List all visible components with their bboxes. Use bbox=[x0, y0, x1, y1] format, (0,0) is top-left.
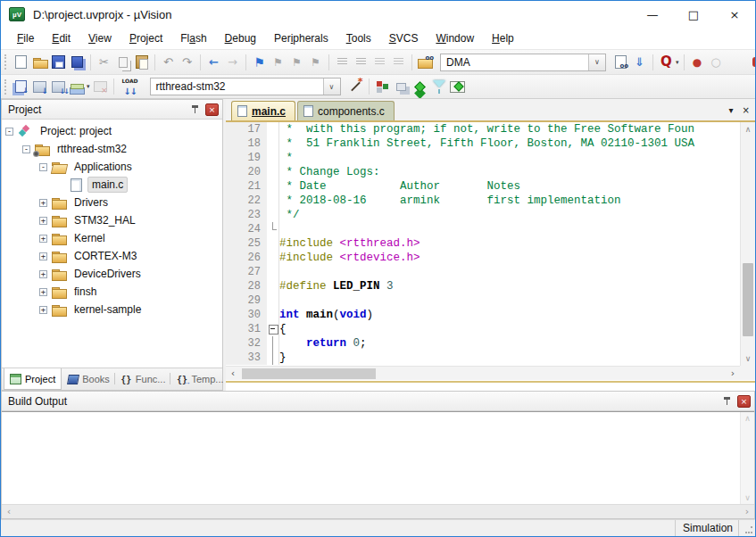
navigate-back-button[interactable]: ← bbox=[204, 54, 223, 71]
toolbar-grip[interactable] bbox=[4, 79, 8, 95]
scroll-down-icon[interactable]: ∨ bbox=[741, 492, 754, 504]
menu-window[interactable]: Window bbox=[427, 29, 483, 47]
scroll-right-icon[interactable]: › bbox=[726, 367, 740, 380]
plus-expander-icon[interactable]: + bbox=[39, 252, 47, 260]
menu-tools[interactable]: Tools bbox=[337, 29, 380, 47]
paste-button[interactable] bbox=[132, 54, 151, 71]
plus-expander-icon[interactable]: + bbox=[39, 270, 47, 278]
options-for-target-button[interactable] bbox=[346, 78, 365, 95]
panel-tab-books[interactable]: Books bbox=[62, 368, 115, 390]
menu-view[interactable]: View bbox=[79, 29, 120, 47]
panel-tab-temp[interactable]: Temp... bbox=[170, 368, 228, 390]
build-output-horizontal-scrollbar[interactable]: ‹ › bbox=[2, 504, 754, 518]
code-editor[interactable]: 17 * with this program; if not, write to… bbox=[226, 122, 740, 366]
tree-item-stm32-hal[interactable]: +STM32_HAL bbox=[2, 211, 222, 229]
uncomment-button[interactable] bbox=[389, 54, 408, 71]
scroll-down-icon[interactable]: ∨ bbox=[741, 351, 755, 366]
pin-icon[interactable] bbox=[189, 103, 202, 116]
maximize-button[interactable]: □ bbox=[673, 1, 714, 28]
menu-peripherals[interactable]: Peripherals bbox=[265, 29, 337, 47]
build-output-vertical-scrollbar[interactable]: ∧ ∨ bbox=[740, 412, 754, 504]
comment-button[interactable] bbox=[370, 54, 389, 71]
clear-bookmarks-button[interactable]: ⚑ bbox=[306, 54, 325, 71]
menu-file[interactable]: File bbox=[8, 29, 43, 47]
copy-button[interactable] bbox=[113, 54, 132, 71]
close-panel-button[interactable]: × bbox=[205, 103, 219, 116]
plus-expander-icon[interactable]: + bbox=[39, 288, 47, 296]
build-button[interactable] bbox=[30, 78, 49, 95]
tree-item-devicedrivers[interactable]: +DeviceDrivers bbox=[2, 265, 222, 283]
vertical-scroll-thumb[interactable] bbox=[743, 263, 753, 336]
find-button[interactable] bbox=[611, 54, 630, 71]
search-combo-dropdown[interactable]: ∨ bbox=[588, 54, 605, 70]
download-button[interactable]: LOAD bbox=[118, 78, 143, 95]
plus-expander-icon[interactable]: + bbox=[39, 235, 47, 243]
tree-item-cortex-m3[interactable]: +CORTEX-M3 bbox=[2, 247, 222, 265]
scroll-up-icon[interactable]: ∧ bbox=[741, 412, 754, 425]
fold-box-icon[interactable] bbox=[267, 322, 279, 336]
minus-expander-icon[interactable]: - bbox=[22, 145, 30, 153]
menu-help[interactable]: Help bbox=[483, 29, 523, 47]
tree-item-rtthread-stm32[interactable]: -rtthread-stm32 bbox=[2, 140, 222, 158]
indent-button[interactable] bbox=[333, 54, 352, 71]
next-bookmark-button[interactable]: ⚑ bbox=[287, 54, 306, 71]
menu-edit[interactable]: Edit bbox=[43, 29, 79, 47]
pin-icon[interactable] bbox=[721, 395, 734, 408]
scroll-left-icon[interactable]: ‹ bbox=[2, 505, 16, 518]
scroll-left-icon[interactable]: ‹ bbox=[226, 367, 240, 380]
tree-item-finsh[interactable]: +finsh bbox=[2, 283, 222, 301]
menu-project[interactable]: Project bbox=[120, 29, 171, 47]
toolbar-grip[interactable] bbox=[4, 54, 8, 70]
plus-expander-icon[interactable]: + bbox=[39, 306, 47, 314]
target-combo-dropdown[interactable]: ∨ bbox=[323, 78, 340, 95]
target-combo-value[interactable]: rtthread-stm32 bbox=[151, 80, 323, 93]
new-file-button[interactable] bbox=[12, 54, 30, 71]
build-output-content[interactable]: ∧ ∨ bbox=[2, 411, 754, 504]
find-in-files-button[interactable] bbox=[416, 54, 435, 71]
document-tab-components-c[interactable]: components.c bbox=[297, 101, 395, 120]
save-button[interactable] bbox=[49, 54, 68, 71]
close-panel-button[interactable]: × bbox=[737, 395, 751, 408]
flip-windows-button[interactable] bbox=[392, 78, 411, 95]
tree-item-kernel-sample[interactable]: +kernel-sample bbox=[2, 301, 222, 318]
debug-query-button[interactable]: Q▾ bbox=[657, 54, 680, 71]
editor-horizontal-scrollbar[interactable]: ‹ › bbox=[226, 366, 740, 380]
select-software-packs-button[interactable] bbox=[429, 78, 448, 95]
cut-button[interactable]: ✂ bbox=[95, 54, 113, 71]
save-all-button[interactable] bbox=[68, 54, 87, 71]
tree-item-kernel[interactable]: +Kernel bbox=[2, 229, 222, 247]
insert-bookmark-button[interactable]: ⚑ bbox=[250, 54, 269, 71]
rebuild-button[interactable] bbox=[49, 78, 68, 95]
previous-bookmark-button[interactable]: ⚑ bbox=[269, 54, 287, 71]
close-button[interactable]: × bbox=[714, 1, 755, 28]
menu-svcs[interactable]: SVCS bbox=[380, 29, 428, 47]
document-tab-main-c[interactable]: main.c bbox=[231, 101, 295, 120]
minus-expander-icon[interactable]: - bbox=[39, 163, 47, 171]
tree-item-project-project[interactable]: -Project: project bbox=[2, 122, 222, 140]
stop-build-button[interactable] bbox=[91, 78, 110, 95]
search-combo[interactable]: DMA ∨ bbox=[440, 54, 606, 71]
horizontal-scroll-thumb[interactable] bbox=[242, 368, 376, 379]
panel-tab-project[interactable]: Project bbox=[4, 368, 62, 390]
outdent-button[interactable] bbox=[352, 54, 370, 71]
minus-expander-icon[interactable]: - bbox=[5, 128, 13, 136]
search-combo-value[interactable]: DMA bbox=[441, 56, 588, 69]
open-file-button[interactable] bbox=[30, 54, 49, 71]
tab-list-dropdown-icon[interactable]: ▾ bbox=[729, 105, 734, 115]
manage-project-items-button[interactable] bbox=[373, 78, 392, 95]
undo-button[interactable]: ↶ bbox=[159, 54, 178, 71]
scroll-right-icon[interactable]: › bbox=[740, 505, 754, 518]
tree-item-drivers[interactable]: +Drivers bbox=[2, 194, 222, 211]
insert-breakpoint-button[interactable]: ● bbox=[688, 54, 707, 71]
incremental-find-button[interactable]: ⇓ bbox=[630, 54, 649, 71]
resize-grip[interactable] bbox=[739, 520, 755, 536]
scroll-up-icon[interactable]: ∧ bbox=[741, 122, 755, 136]
close-document-icon[interactable]: × bbox=[743, 105, 750, 115]
manage-run-time-environment-button[interactable] bbox=[411, 78, 429, 95]
batch-build-button[interactable]: ▾ bbox=[68, 78, 91, 95]
navigate-forward-button[interactable]: → bbox=[223, 54, 242, 71]
target-combo[interactable]: rtthread-stm32 ∨ bbox=[150, 78, 341, 95]
plus-expander-icon[interactable]: + bbox=[39, 199, 47, 207]
redo-button[interactable]: ↷ bbox=[178, 54, 196, 71]
plus-expander-icon[interactable]: + bbox=[39, 217, 47, 225]
